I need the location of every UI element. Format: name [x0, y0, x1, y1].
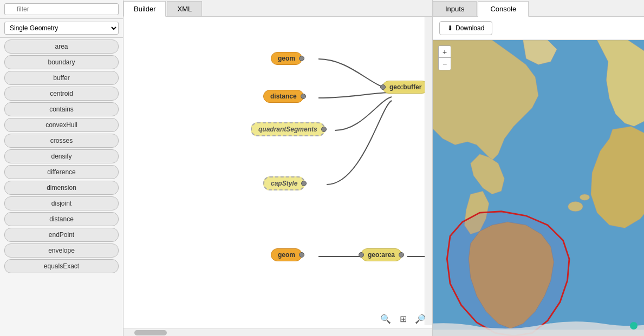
port-geom2-right [299, 252, 304, 258]
grid-button[interactable]: ⊞ [396, 312, 409, 325]
list-item-densify[interactable]: densify [4, 149, 119, 163]
map-zoom-out-button[interactable]: − [439, 58, 451, 70]
list-item-dimension[interactable]: dimension [4, 181, 119, 195]
node-geom1-label: geom [278, 55, 295, 62]
tab-xml[interactable]: XML [167, 1, 202, 16]
map-zoom-in-button[interactable]: + [439, 46, 451, 58]
teal-indicator [630, 322, 638, 330]
canvas-vscrollbar[interactable] [425, 17, 432, 325]
tab-bar: Builder XML [123, 0, 432, 17]
svg-point-2 [580, 194, 589, 200]
list-item-contains[interactable]: contains [4, 102, 119, 116]
list-item-endpoint[interactable]: endPoint [4, 228, 119, 242]
svg-point-1 [568, 202, 583, 212]
download-bar: ⬇ Download [433, 17, 644, 40]
port-geoarea-left [359, 252, 364, 258]
list-item-envelope[interactable]: envelope [4, 243, 119, 258]
port-geobuffer-left [380, 84, 386, 90]
node-geom2-label: geom [278, 251, 295, 259]
node-geoarea-label: geo:area [368, 251, 395, 259]
geometry-type-select[interactable]: Single Geometry Multiple Geometry [4, 22, 119, 35]
dropdown-row: Single Geometry Multiple Geometry [0, 19, 123, 38]
list-item-convexhull[interactable]: convexHull [4, 118, 119, 132]
node-quadrant-label: quadrantSegments [258, 126, 317, 133]
left-panel: Single Geometry Multiple Geometry areabo… [0, 0, 123, 336]
node-geom2[interactable]: geom [271, 248, 302, 261]
map-svg [433, 40, 644, 336]
tab-inputs[interactable]: Inputs [433, 1, 477, 16]
node-geom1[interactable]: geom [271, 52, 302, 65]
node-geobuffer[interactable]: geo:buffer [382, 81, 428, 94]
list-item-difference[interactable]: difference [4, 165, 119, 179]
middle-panel: Builder XML [123, 0, 433, 336]
port-geom1-right [299, 56, 304, 61]
canvas-hscrollbar[interactable] [123, 328, 432, 336]
list-item-equalsexact[interactable]: equalsExact [4, 259, 119, 273]
node-distance-label: distance [270, 93, 297, 100]
canvas-inner: geom distance geo:buffer result [123, 17, 432, 325]
items-list: areaboundarybuffercentroidcontainsconvex… [0, 38, 123, 336]
download-label: Download [456, 24, 484, 32]
download-icon: ⬇ [447, 24, 453, 32]
list-item-distance[interactable]: distance [4, 212, 119, 226]
filter-bar [0, 0, 123, 19]
list-item-buffer[interactable]: buffer [4, 71, 119, 85]
right-tab-bar: Inputs Console [433, 0, 644, 17]
node-quadrant[interactable]: quadrantSegments [251, 122, 325, 136]
port-geoarea-right [399, 252, 404, 258]
canvas-toolbar: 🔍 ⊞ 🔎 [379, 312, 427, 325]
node-geobuffer-label: geo:buffer [389, 83, 421, 91]
list-item-crosses[interactable]: crosses [4, 134, 119, 148]
port-distance-right [301, 94, 306, 99]
map-container: + − [433, 40, 644, 336]
tab-builder[interactable]: Builder [123, 1, 166, 17]
node-capstyle-label: capStyle [271, 180, 297, 187]
map-zoom-controls: + − [438, 45, 451, 70]
list-item-disjoint[interactable]: disjoint [4, 196, 119, 210]
tab-console[interactable]: Console [478, 1, 529, 17]
port-quadrant-right [321, 127, 327, 132]
list-item-boundary[interactable]: boundary [4, 55, 119, 69]
hscrollbar-thumb [134, 330, 167, 335]
filter-wrapper [4, 3, 119, 15]
list-item-area[interactable]: area [4, 39, 119, 54]
filter-input[interactable] [4, 3, 119, 15]
canvas-area: geom distance geo:buffer result [123, 17, 432, 336]
list-item-centroid[interactable]: centroid [4, 87, 119, 101]
node-geoarea[interactable]: geo:area [361, 248, 402, 261]
zoom-in-canvas-button[interactable]: 🔍 [379, 312, 392, 325]
right-panel: Inputs Console ⬇ Download [433, 0, 644, 336]
download-button[interactable]: ⬇ Download [439, 21, 492, 35]
node-distance[interactable]: distance [263, 90, 304, 103]
right-content: ⬇ Download [433, 17, 644, 336]
node-capstyle[interactable]: capStyle [263, 176, 305, 190]
port-capstyle-right [301, 181, 307, 186]
